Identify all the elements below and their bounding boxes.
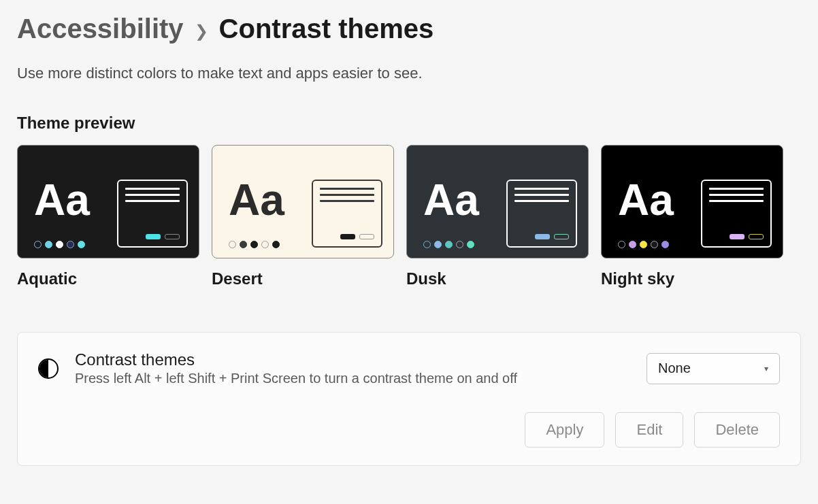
theme-name-label: Night sky [601, 269, 783, 288]
edit-button[interactable]: Edit [615, 412, 683, 448]
page-title: Contrast themes [219, 14, 434, 44]
theme-swatches [34, 241, 85, 248]
theme-dropdown[interactable]: None ▾ [647, 353, 780, 384]
theme-preview-label: Theme preview [17, 114, 801, 133]
theme-swatches [423, 241, 474, 248]
theme-sample-text: Aa [229, 178, 284, 222]
theme-card-aquatic[interactable]: Aa [17, 145, 199, 258]
theme-window-preview [701, 180, 772, 248]
theme-name-label: Desert [212, 269, 394, 288]
apply-button[interactable]: Apply [525, 412, 604, 448]
theme-card-dusk[interactable]: Aa [406, 145, 589, 258]
contrast-settings-card: Contrast themes Press left Alt + left Sh… [17, 332, 801, 466]
theme-swatches [618, 241, 669, 248]
theme-grid: AaAquaticAaDesertAaDuskAaNight sky [17, 145, 801, 288]
theme-window-preview [312, 180, 382, 248]
breadcrumb-parent[interactable]: Accessibility [17, 14, 184, 44]
theme-sample-text: Aa [34, 178, 90, 222]
theme-name-label: Dusk [406, 269, 589, 288]
theme-card-desert[interactable]: Aa [212, 145, 394, 258]
chevron-down-icon: ▾ [764, 364, 768, 373]
theme-sample-text: Aa [618, 178, 674, 222]
theme-sample-text: Aa [423, 178, 479, 222]
theme-swatches [229, 241, 280, 248]
theme-card-night-sky[interactable]: Aa [601, 145, 783, 258]
theme-window-preview [117, 180, 188, 248]
breadcrumb: Accessibility ❯ Contrast themes [17, 14, 801, 44]
chevron-right-icon: ❯ [195, 18, 208, 41]
settings-description: Press left Alt + left Shift + Print Scre… [75, 371, 630, 386]
delete-button[interactable]: Delete [694, 412, 780, 448]
dropdown-value: None [658, 360, 691, 376]
theme-name-label: Aquatic [17, 269, 199, 288]
page-subtitle: Use more distinct colors to make text an… [17, 65, 801, 82]
contrast-icon [38, 358, 59, 379]
theme-window-preview [506, 180, 577, 248]
settings-title: Contrast themes [75, 350, 630, 369]
